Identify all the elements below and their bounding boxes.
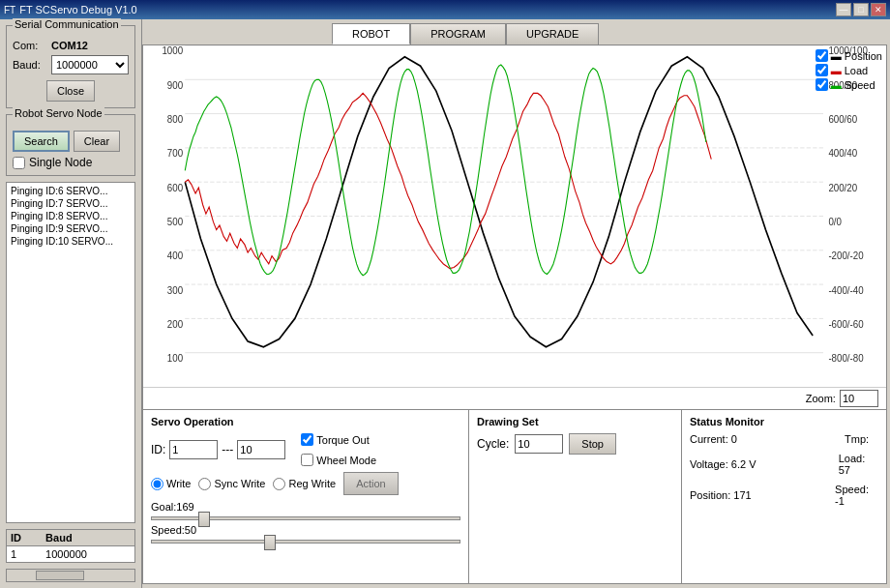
servo-table: ID Baud 1 1000000 [6,529,135,563]
clear-button[interactable]: Clear [74,131,120,152]
servo-operation: Servo Operation ID: --- Torque Out [143,410,469,583]
write-radio[interactable] [151,478,163,490]
load-status: Load: 57 [839,453,878,476]
serial-comm-title: Serial Communication [13,18,121,30]
write-radio-item: Write [151,478,191,490]
search-button[interactable]: Search [13,131,70,152]
legend-position-label: Position [845,50,882,62]
voltage-value: 6.2 V [731,458,756,470]
torque-out-checkbox[interactable] [301,433,313,446]
app-title: FT SCServo Debug V1.0 [19,4,136,15]
goal-row: Goal:169 [151,501,460,520]
legend-position-check[interactable] [816,49,828,62]
legend-area: ▬ Position ▬ Load ▬ Speed [816,49,882,91]
action-button[interactable]: Action [343,472,399,495]
voltage-status: Voltage: 6.2 V [690,458,839,470]
chart-area: ▬ Position ▬ Load ▬ Speed [143,45,886,387]
svg-text:0/0: 0/0 [828,217,842,227]
tab-upgrade[interactable]: UPGRADE [506,23,599,44]
zoom-label: Zoom: [806,393,836,404]
stop-button[interactable]: Stop [569,433,616,455]
wheel-mode-checkbox[interactable] [301,454,313,466]
current-status: Current: 0 [690,433,845,445]
id-input-1[interactable] [169,440,218,459]
svg-text:700: 700 [167,148,184,159]
close-button[interactable]: ✕ [871,3,886,16]
legend-speed: ▬ Speed [816,78,882,91]
single-node-checkbox[interactable] [13,157,25,169]
table-row[interactable]: 1 1000000 [7,546,135,563]
sync-write-radio-item: Sync Write [198,478,265,490]
baud-select[interactable]: 1000000 [51,55,129,74]
goal-slider-thumb[interactable] [198,512,210,527]
write-mode-row: Write Sync Write Reg Write Action [151,472,460,495]
current-label: Current: [690,433,728,445]
torque-out-label: Torque Out [316,434,369,446]
legend-position: ▬ Position [816,49,882,62]
tab-bar: ROBOT PROGRAM UPGRADE [142,19,890,44]
sync-write-label: Sync Write [214,478,265,489]
speed-slider-thumb[interactable] [264,535,276,550]
position-label: Position: [690,489,730,501]
options-col: Torque Out Wheel Mode [301,433,376,466]
load-label: Load: [839,453,866,464]
com-label: Com: [13,40,47,51]
legend-load-check[interactable] [816,64,828,76]
close-button[interactable]: Close [46,80,95,102]
title-bar-controls: — □ ✕ [836,3,886,16]
svg-text:900: 900 [167,79,184,90]
minimize-button[interactable]: — [836,3,851,16]
id-row: ID: --- Torque Out Wheel Mode [151,433,460,466]
svg-text:1000: 1000 [162,45,183,56]
position-line [185,57,813,347]
cycle-input[interactable] [515,434,563,454]
log-item: Pinging ID:7 SERVO... [9,197,133,210]
serial-comm-group: Serial Communication Com: COM12 Baud: 10… [6,25,135,108]
tab-robot[interactable]: ROBOT [332,23,410,44]
write-label: Write [166,478,191,489]
svg-text:200: 200 [167,318,184,329]
cell-id: 1 [7,546,43,563]
status-monitor-title: Status Monitor [690,416,878,427]
zoom-input[interactable] [840,390,878,407]
robot-servo-group: Robot Servo Node Search Clear Single Nod… [6,114,135,176]
id-input-2[interactable] [237,440,285,459]
legend-speed-label: Speed [845,79,875,91]
svg-text:-800/-80: -800/-80 [828,353,864,364]
left-panel: Serial Communication Com: COM12 Baud: 10… [0,19,142,588]
svg-text:400: 400 [167,250,184,261]
col-id: ID [7,530,43,546]
reg-write-label: Reg Write [288,478,336,489]
status-monitor: Status Monitor Current: 0 Tmp: [682,410,886,583]
tab-program[interactable]: PROGRAM [410,23,506,44]
speed-slider[interactable] [151,540,460,544]
status-row-3: Position: 171 Speed: -1 [690,484,878,507]
tmp-status: Tmp: [845,433,869,445]
svg-text:-200/-20: -200/-20 [828,250,864,261]
cell-baud: 1000000 [42,546,134,563]
legend-load-label: Load [845,65,868,76]
svg-text:800: 800 [167,114,184,125]
title-bar-left: FT FT SCServo Debug V1.0 [4,4,137,15]
drawing-set: Drawing Set Cycle: Stop [469,410,682,583]
single-node-label: Single Node [29,156,92,169]
goal-slider[interactable] [151,516,460,520]
log-item: Pinging ID:9 SERVO... [9,222,133,235]
log-item: Pinging ID:10 SERVO... [9,235,133,248]
main-container: Serial Communication Com: COM12 Baud: 10… [0,19,890,588]
reg-write-radio[interactable] [273,478,285,490]
horizontal-scrollbar[interactable] [6,569,135,582]
com-value: COM12 [51,40,88,51]
maximize-button[interactable]: □ [853,3,869,16]
wheel-mode-row: Wheel Mode [301,454,376,466]
legend-speed-check[interactable] [816,78,828,91]
tmp-label: Tmp: [845,433,869,445]
content-area: ▬ Position ▬ Load ▬ Speed [142,44,887,584]
cycle-label: Cycle: [477,437,509,451]
sync-write-radio[interactable] [198,478,211,490]
log-list: Pinging ID:6 SERVO... Pinging ID:7 SERVO… [6,182,135,523]
legend-load: ▬ Load [816,64,882,76]
voltage-label: Voltage: [690,458,728,470]
svg-text:300: 300 [167,284,184,295]
current-value: 0 [731,433,737,445]
